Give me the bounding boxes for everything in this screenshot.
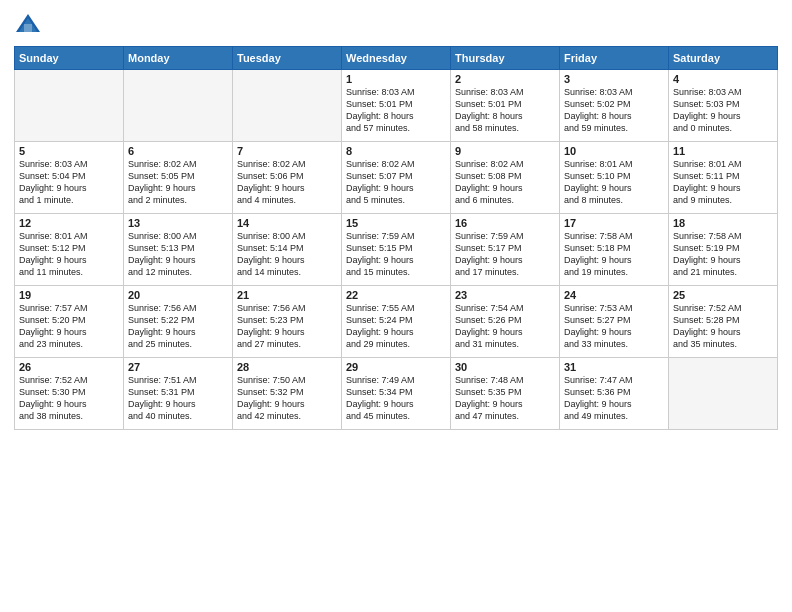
- calendar-cell: 1Sunrise: 8:03 AMSunset: 5:01 PMDaylight…: [342, 70, 451, 142]
- week-row-1: 1Sunrise: 8:03 AMSunset: 5:01 PMDaylight…: [15, 70, 778, 142]
- day-number: 10: [564, 145, 664, 157]
- calendar-cell: 23Sunrise: 7:54 AMSunset: 5:26 PMDayligh…: [451, 286, 560, 358]
- day-number: 23: [455, 289, 555, 301]
- day-number: 7: [237, 145, 337, 157]
- day-info: Sunrise: 8:00 AMSunset: 5:13 PMDaylight:…: [128, 230, 228, 279]
- weekday-header-tuesday: Tuesday: [233, 47, 342, 70]
- day-info: Sunrise: 8:03 AMSunset: 5:01 PMDaylight:…: [455, 86, 555, 135]
- day-number: 17: [564, 217, 664, 229]
- calendar-cell: 6Sunrise: 8:02 AMSunset: 5:05 PMDaylight…: [124, 142, 233, 214]
- calendar-cell: 2Sunrise: 8:03 AMSunset: 5:01 PMDaylight…: [451, 70, 560, 142]
- header: [14, 10, 778, 38]
- week-row-2: 5Sunrise: 8:03 AMSunset: 5:04 PMDaylight…: [15, 142, 778, 214]
- calendar-cell: 18Sunrise: 7:58 AMSunset: 5:19 PMDayligh…: [669, 214, 778, 286]
- weekday-header-saturday: Saturday: [669, 47, 778, 70]
- calendar-cell: 29Sunrise: 7:49 AMSunset: 5:34 PMDayligh…: [342, 358, 451, 430]
- day-info: Sunrise: 8:02 AMSunset: 5:07 PMDaylight:…: [346, 158, 446, 207]
- day-number: 16: [455, 217, 555, 229]
- calendar-cell: 27Sunrise: 7:51 AMSunset: 5:31 PMDayligh…: [124, 358, 233, 430]
- day-number: 30: [455, 361, 555, 373]
- day-info: Sunrise: 8:03 AMSunset: 5:04 PMDaylight:…: [19, 158, 119, 207]
- day-number: 21: [237, 289, 337, 301]
- calendar-cell: 26Sunrise: 7:52 AMSunset: 5:30 PMDayligh…: [15, 358, 124, 430]
- calendar-cell: 8Sunrise: 8:02 AMSunset: 5:07 PMDaylight…: [342, 142, 451, 214]
- day-info: Sunrise: 8:02 AMSunset: 5:08 PMDaylight:…: [455, 158, 555, 207]
- day-info: Sunrise: 7:52 AMSunset: 5:28 PMDaylight:…: [673, 302, 773, 351]
- day-number: 3: [564, 73, 664, 85]
- day-number: 28: [237, 361, 337, 373]
- calendar-cell: 13Sunrise: 8:00 AMSunset: 5:13 PMDayligh…: [124, 214, 233, 286]
- day-info: Sunrise: 7:55 AMSunset: 5:24 PMDaylight:…: [346, 302, 446, 351]
- page: SundayMondayTuesdayWednesdayThursdayFrid…: [0, 0, 792, 612]
- day-number: 4: [673, 73, 773, 85]
- calendar-header: SundayMondayTuesdayWednesdayThursdayFrid…: [15, 47, 778, 70]
- calendar-cell: 21Sunrise: 7:56 AMSunset: 5:23 PMDayligh…: [233, 286, 342, 358]
- day-info: Sunrise: 7:58 AMSunset: 5:18 PMDaylight:…: [564, 230, 664, 279]
- calendar-cell: 24Sunrise: 7:53 AMSunset: 5:27 PMDayligh…: [560, 286, 669, 358]
- calendar-cell: 15Sunrise: 7:59 AMSunset: 5:15 PMDayligh…: [342, 214, 451, 286]
- week-row-3: 12Sunrise: 8:01 AMSunset: 5:12 PMDayligh…: [15, 214, 778, 286]
- day-info: Sunrise: 7:53 AMSunset: 5:27 PMDaylight:…: [564, 302, 664, 351]
- day-number: 19: [19, 289, 119, 301]
- weekday-header-friday: Friday: [560, 47, 669, 70]
- day-number: 5: [19, 145, 119, 157]
- day-number: 11: [673, 145, 773, 157]
- calendar-cell: 19Sunrise: 7:57 AMSunset: 5:20 PMDayligh…: [15, 286, 124, 358]
- day-number: 29: [346, 361, 446, 373]
- week-row-4: 19Sunrise: 7:57 AMSunset: 5:20 PMDayligh…: [15, 286, 778, 358]
- calendar-cell: [124, 70, 233, 142]
- day-number: 27: [128, 361, 228, 373]
- calendar-cell: 11Sunrise: 8:01 AMSunset: 5:11 PMDayligh…: [669, 142, 778, 214]
- day-info: Sunrise: 8:03 AMSunset: 5:02 PMDaylight:…: [564, 86, 664, 135]
- calendar-body: 1Sunrise: 8:03 AMSunset: 5:01 PMDaylight…: [15, 70, 778, 430]
- day-number: 25: [673, 289, 773, 301]
- day-info: Sunrise: 8:01 AMSunset: 5:10 PMDaylight:…: [564, 158, 664, 207]
- day-info: Sunrise: 7:49 AMSunset: 5:34 PMDaylight:…: [346, 374, 446, 423]
- day-info: Sunrise: 8:01 AMSunset: 5:12 PMDaylight:…: [19, 230, 119, 279]
- day-info: Sunrise: 7:52 AMSunset: 5:30 PMDaylight:…: [19, 374, 119, 423]
- calendar-cell: [669, 358, 778, 430]
- day-info: Sunrise: 7:51 AMSunset: 5:31 PMDaylight:…: [128, 374, 228, 423]
- day-info: Sunrise: 7:58 AMSunset: 5:19 PMDaylight:…: [673, 230, 773, 279]
- day-number: 22: [346, 289, 446, 301]
- day-number: 31: [564, 361, 664, 373]
- calendar-cell: 9Sunrise: 8:02 AMSunset: 5:08 PMDaylight…: [451, 142, 560, 214]
- weekday-header-row: SundayMondayTuesdayWednesdayThursdayFrid…: [15, 47, 778, 70]
- calendar-cell: 20Sunrise: 7:56 AMSunset: 5:22 PMDayligh…: [124, 286, 233, 358]
- day-info: Sunrise: 8:03 AMSunset: 5:01 PMDaylight:…: [346, 86, 446, 135]
- day-info: Sunrise: 8:02 AMSunset: 5:06 PMDaylight:…: [237, 158, 337, 207]
- day-info: Sunrise: 7:56 AMSunset: 5:23 PMDaylight:…: [237, 302, 337, 351]
- day-info: Sunrise: 7:59 AMSunset: 5:15 PMDaylight:…: [346, 230, 446, 279]
- day-info: Sunrise: 8:00 AMSunset: 5:14 PMDaylight:…: [237, 230, 337, 279]
- svg-rect-2: [24, 24, 32, 32]
- calendar-cell: 10Sunrise: 8:01 AMSunset: 5:10 PMDayligh…: [560, 142, 669, 214]
- day-info: Sunrise: 7:47 AMSunset: 5:36 PMDaylight:…: [564, 374, 664, 423]
- calendar-cell: 12Sunrise: 8:01 AMSunset: 5:12 PMDayligh…: [15, 214, 124, 286]
- logo-icon: [14, 10, 42, 38]
- day-number: 24: [564, 289, 664, 301]
- calendar-cell: 30Sunrise: 7:48 AMSunset: 5:35 PMDayligh…: [451, 358, 560, 430]
- calendar-cell: [15, 70, 124, 142]
- calendar-cell: 4Sunrise: 8:03 AMSunset: 5:03 PMDaylight…: [669, 70, 778, 142]
- day-number: 20: [128, 289, 228, 301]
- calendar-cell: 14Sunrise: 8:00 AMSunset: 5:14 PMDayligh…: [233, 214, 342, 286]
- week-row-5: 26Sunrise: 7:52 AMSunset: 5:30 PMDayligh…: [15, 358, 778, 430]
- logo: [14, 10, 46, 38]
- day-number: 15: [346, 217, 446, 229]
- weekday-header-thursday: Thursday: [451, 47, 560, 70]
- day-info: Sunrise: 8:01 AMSunset: 5:11 PMDaylight:…: [673, 158, 773, 207]
- calendar-cell: 17Sunrise: 7:58 AMSunset: 5:18 PMDayligh…: [560, 214, 669, 286]
- day-info: Sunrise: 8:03 AMSunset: 5:03 PMDaylight:…: [673, 86, 773, 135]
- calendar-cell: 16Sunrise: 7:59 AMSunset: 5:17 PMDayligh…: [451, 214, 560, 286]
- day-number: 1: [346, 73, 446, 85]
- day-info: Sunrise: 7:50 AMSunset: 5:32 PMDaylight:…: [237, 374, 337, 423]
- day-number: 18: [673, 217, 773, 229]
- day-number: 6: [128, 145, 228, 157]
- day-number: 9: [455, 145, 555, 157]
- day-number: 14: [237, 217, 337, 229]
- day-info: Sunrise: 7:54 AMSunset: 5:26 PMDaylight:…: [455, 302, 555, 351]
- calendar-cell: [233, 70, 342, 142]
- weekday-header-sunday: Sunday: [15, 47, 124, 70]
- day-number: 26: [19, 361, 119, 373]
- calendar-cell: 5Sunrise: 8:03 AMSunset: 5:04 PMDaylight…: [15, 142, 124, 214]
